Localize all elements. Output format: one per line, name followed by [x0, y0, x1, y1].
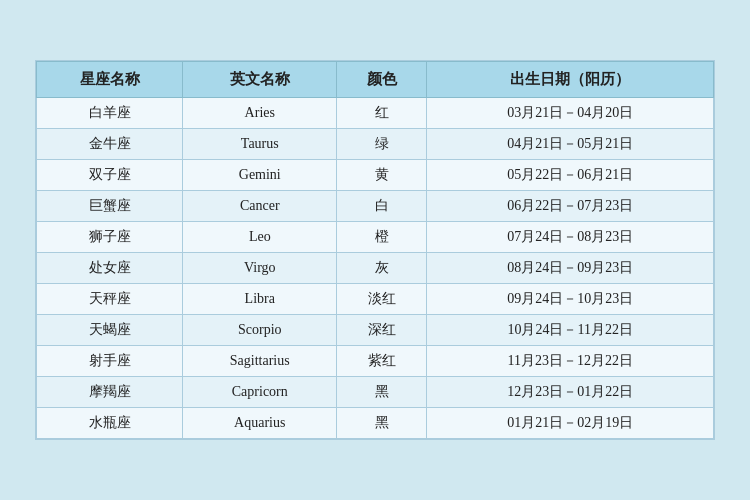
- cell-chinese: 金牛座: [37, 129, 183, 160]
- table-row: 射手座Sagittarius紫红11月23日－12月22日: [37, 346, 714, 377]
- cell-color: 黑: [337, 408, 427, 439]
- table-body: 白羊座Aries红03月21日－04月20日金牛座Taurus绿04月21日－0…: [37, 98, 714, 439]
- cell-dates: 07月24日－08月23日: [427, 222, 714, 253]
- cell-color: 淡红: [337, 284, 427, 315]
- cell-dates: 01月21日－02月19日: [427, 408, 714, 439]
- cell-dates: 09月24日－10月23日: [427, 284, 714, 315]
- cell-english: Virgo: [183, 253, 337, 284]
- cell-color: 红: [337, 98, 427, 129]
- cell-dates: 05月22日－06月21日: [427, 160, 714, 191]
- cell-dates: 10月24日－11月22日: [427, 315, 714, 346]
- cell-chinese: 摩羯座: [37, 377, 183, 408]
- cell-english: Cancer: [183, 191, 337, 222]
- cell-color: 白: [337, 191, 427, 222]
- table-row: 白羊座Aries红03月21日－04月20日: [37, 98, 714, 129]
- header-english-name: 英文名称: [183, 62, 337, 98]
- table-row: 摩羯座Capricorn黑12月23日－01月22日: [37, 377, 714, 408]
- cell-color: 深红: [337, 315, 427, 346]
- cell-chinese: 双子座: [37, 160, 183, 191]
- cell-chinese: 白羊座: [37, 98, 183, 129]
- cell-chinese: 狮子座: [37, 222, 183, 253]
- header-color: 颜色: [337, 62, 427, 98]
- cell-english: Gemini: [183, 160, 337, 191]
- table-row: 狮子座Leo橙07月24日－08月23日: [37, 222, 714, 253]
- cell-english: Aries: [183, 98, 337, 129]
- cell-color: 灰: [337, 253, 427, 284]
- cell-chinese: 射手座: [37, 346, 183, 377]
- cell-dates: 03月21日－04月20日: [427, 98, 714, 129]
- cell-english: Sagittarius: [183, 346, 337, 377]
- cell-chinese: 处女座: [37, 253, 183, 284]
- cell-chinese: 天秤座: [37, 284, 183, 315]
- cell-english: Aquarius: [183, 408, 337, 439]
- cell-english: Capricorn: [183, 377, 337, 408]
- cell-chinese: 巨蟹座: [37, 191, 183, 222]
- cell-english: Leo: [183, 222, 337, 253]
- table-row: 天蝎座Scorpio深红10月24日－11月22日: [37, 315, 714, 346]
- table-header-row: 星座名称 英文名称 颜色 出生日期（阳历）: [37, 62, 714, 98]
- cell-color: 黄: [337, 160, 427, 191]
- table-row: 水瓶座Aquarius黑01月21日－02月19日: [37, 408, 714, 439]
- cell-english: Taurus: [183, 129, 337, 160]
- cell-chinese: 水瓶座: [37, 408, 183, 439]
- zodiac-table: 星座名称 英文名称 颜色 出生日期（阳历） 白羊座Aries红03月21日－04…: [36, 61, 714, 439]
- cell-color: 橙: [337, 222, 427, 253]
- header-dates: 出生日期（阳历）: [427, 62, 714, 98]
- cell-dates: 11月23日－12月22日: [427, 346, 714, 377]
- cell-color: 紫红: [337, 346, 427, 377]
- table-row: 处女座Virgo灰08月24日－09月23日: [37, 253, 714, 284]
- cell-english: Scorpio: [183, 315, 337, 346]
- table-row: 天秤座Libra淡红09月24日－10月23日: [37, 284, 714, 315]
- cell-chinese: 天蝎座: [37, 315, 183, 346]
- cell-dates: 08月24日－09月23日: [427, 253, 714, 284]
- cell-dates: 06月22日－07月23日: [427, 191, 714, 222]
- cell-color: 绿: [337, 129, 427, 160]
- table-row: 巨蟹座Cancer白06月22日－07月23日: [37, 191, 714, 222]
- cell-dates: 12月23日－01月22日: [427, 377, 714, 408]
- cell-color: 黑: [337, 377, 427, 408]
- table-row: 金牛座Taurus绿04月21日－05月21日: [37, 129, 714, 160]
- zodiac-table-container: 星座名称 英文名称 颜色 出生日期（阳历） 白羊座Aries红03月21日－04…: [35, 60, 715, 440]
- header-chinese-name: 星座名称: [37, 62, 183, 98]
- table-row: 双子座Gemini黄05月22日－06月21日: [37, 160, 714, 191]
- cell-dates: 04月21日－05月21日: [427, 129, 714, 160]
- cell-english: Libra: [183, 284, 337, 315]
